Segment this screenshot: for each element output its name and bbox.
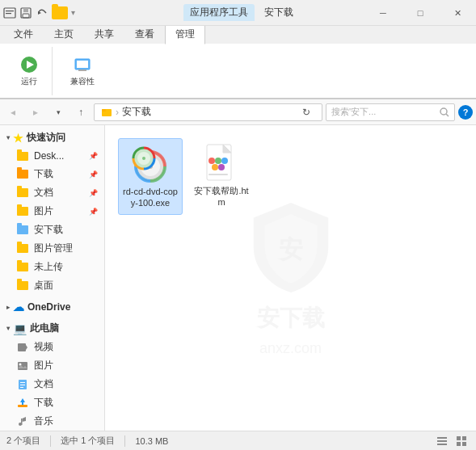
svg-point-43 — [215, 158, 221, 164]
pics-icon — [16, 360, 29, 372]
help-button[interactable]: ? — [458, 105, 473, 120]
svg-point-42 — [209, 158, 215, 164]
sidebar-header-onedrive[interactable]: ▸ ☁ OneDrive — [0, 298, 104, 316]
sidebar-header-quick-access[interactable]: ▾ ★ 快速访问 — [0, 128, 104, 147]
sidebar-item-dl2[interactable]: 下载 — [0, 393, 104, 412]
sidebar-item-anxz[interactable]: 安下载 — [0, 221, 104, 239]
svg-rect-2 — [6, 13, 11, 14]
htm-file-label: 安下载帮助.htm — [192, 185, 251, 208]
address-path[interactable]: › 安下载 ↻ — [94, 103, 322, 121]
svg-rect-54 — [462, 442, 466, 446]
watermark-text: 安下载 — [257, 303, 325, 334]
svg-rect-53 — [457, 442, 461, 446]
desk-folder-icon — [16, 149, 29, 162]
thispc-arrow: ▾ — [6, 325, 10, 332]
svg-rect-48 — [437, 437, 447, 439]
sidebar-item-pics[interactable]: 图片 — [0, 356, 104, 375]
svg-rect-49 — [437, 440, 447, 442]
svg-rect-47 — [209, 174, 228, 175]
ribbon: 文件 主页 共享 查看 管理 运行 兼容性 — [0, 26, 476, 99]
sidebar-item-imgmgr-label: 图片管理 — [34, 242, 98, 255]
path-folder-icon — [101, 107, 112, 118]
svg-point-45 — [212, 164, 218, 170]
tab-view[interactable]: 查看 — [124, 24, 165, 44]
sidebar-item-desk-label: Desk... — [34, 150, 84, 162]
svg-point-44 — [221, 158, 228, 164]
title-text: 应用程序工具 安下载 — [183, 4, 293, 21]
quick-access-icon[interactable] — [3, 6, 16, 19]
ribbon-tabs: 文件 主页 共享 查看 管理 — [0, 26, 476, 44]
minimize-button[interactable]: ─ — [364, 0, 402, 26]
file-item-exe[interactable]: rd-cd-dvd-copy-100.exe — [118, 138, 183, 215]
svg-rect-28 — [21, 418, 23, 425]
tab-share[interactable]: 共享 — [84, 24, 124, 44]
sidebar-item-uploaded[interactable]: 未上传 — [0, 258, 104, 276]
sidebar-item-pictures[interactable]: 图片 📌 — [0, 202, 104, 221]
title-bar: ▾ 应用程序工具 安下载 ─ □ ✕ — [0, 0, 476, 26]
sidebar-item-music[interactable]: 音乐 — [0, 412, 104, 431]
search-placeholder: 搜索'安下... — [331, 106, 436, 118]
address-bar: ◂ ▸ ▾ ↑ › 安下载 ↻ 搜索'安下... ? — [0, 99, 476, 125]
thispc-label: 此电脑 — [30, 322, 59, 335]
main-area: ▾ ★ 快速访问 Desk... 📌 下载 📌 文档 📌 图片 — [0, 125, 476, 431]
forward-button[interactable]: ▸ — [26, 103, 45, 122]
ribbon-group-tools: 兼容性 — [59, 47, 106, 95]
details-view-button[interactable] — [434, 433, 450, 449]
sidebar-item-docs[interactable]: 文档 📌 — [0, 183, 104, 202]
recent-button[interactable]: ▾ — [48, 103, 68, 122]
video-icon — [16, 341, 29, 354]
back-button[interactable]: ◂ — [3, 103, 23, 122]
sidebar-header-thispc[interactable]: ▾ 💻 此电脑 — [0, 319, 104, 338]
search-box[interactable]: 搜索'安下... — [326, 103, 455, 121]
tab-home[interactable]: 主页 — [44, 24, 84, 44]
status-separator-2 — [124, 435, 125, 447]
selected-count: 选中 1 个项目 — [61, 435, 115, 447]
exe-file-label: rd-cd-dvd-copy-100.exe — [122, 186, 179, 209]
ribbon-content: 运行 兼容性 — [0, 44, 476, 99]
window-controls: ─ □ ✕ — [364, 0, 476, 26]
run-button[interactable]: 运行 — [13, 53, 45, 89]
folder-title-icon — [52, 6, 68, 19]
svg-rect-24 — [20, 387, 23, 388]
sidebar: ▾ ★ 快速访问 Desk... 📌 下载 📌 文档 📌 图片 — [0, 125, 105, 431]
onedrive-label: OneDrive — [27, 301, 70, 313]
large-icon-view-button[interactable] — [453, 433, 470, 449]
svg-text:安: 安 — [277, 236, 303, 263]
desktop-folder-icon — [16, 280, 29, 292]
save-icon[interactable] — [19, 6, 32, 19]
sidebar-item-docs2[interactable]: 文档 — [0, 375, 104, 393]
up-button[interactable]: ↑ — [71, 103, 91, 122]
ribbon-group-run: 运行 — [6, 47, 53, 95]
maximize-button[interactable]: □ — [402, 0, 439, 26]
sidebar-item-downloads-label: 下载 — [34, 167, 84, 181]
refresh-button[interactable]: ↻ — [297, 103, 315, 121]
compat-button[interactable]: 兼容性 — [65, 53, 99, 89]
svg-line-15 — [446, 114, 449, 116]
sidebar-item-video[interactable]: 视频 — [0, 338, 104, 356]
dl2-icon — [16, 397, 29, 410]
tab-file[interactable]: 文件 — [3, 24, 44, 44]
title-bar-icons: ▾ — [3, 6, 75, 19]
sidebar-item-docs2-label: 文档 — [34, 377, 98, 391]
status-bar: 2 个项目 选中 1 个项目 10.3 MB — [0, 431, 476, 450]
sidebar-item-downloads[interactable]: 下载 📌 — [0, 165, 104, 183]
undo-icon[interactable] — [36, 6, 48, 19]
docs-pin-icon: 📌 — [89, 189, 98, 197]
sidebar-item-video-label: 视频 — [34, 340, 98, 354]
tab-manage[interactable]: 管理 — [165, 24, 205, 44]
sidebar-item-music-label: 音乐 — [34, 414, 98, 428]
pictures-folder-icon — [16, 205, 29, 218]
item-count: 2 个项目 — [6, 435, 40, 447]
svg-rect-22 — [20, 382, 25, 383]
uploaded-folder-icon — [16, 261, 29, 274]
svg-rect-10 — [77, 61, 88, 68]
dropdown-arrow[interactable]: ▾ — [71, 8, 75, 17]
svg-rect-50 — [437, 444, 447, 445]
sidebar-section-thispc: ▾ 💻 此电脑 视频 图片 文档 — [0, 319, 104, 431]
svg-rect-5 — [23, 14, 29, 18]
sidebar-item-desktop[interactable]: 桌面 — [0, 276, 104, 295]
sidebar-item-imgmgr[interactable]: 图片管理 — [0, 239, 104, 258]
sidebar-item-desk[interactable]: Desk... 📌 — [0, 147, 104, 165]
file-item-htm[interactable]: 安下载帮助.htm — [189, 138, 254, 215]
close-button[interactable]: ✕ — [439, 0, 476, 26]
